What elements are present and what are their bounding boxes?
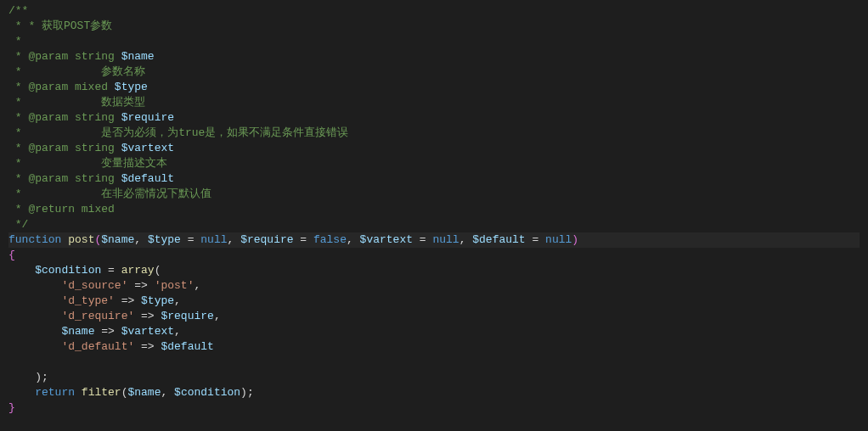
- variable-key: $name: [61, 325, 94, 338]
- variable: $condition: [174, 386, 240, 399]
- comma: ,: [174, 294, 181, 307]
- docblock-line: * @return mixed: [8, 203, 115, 216]
- brace-open: {: [8, 249, 15, 261]
- param: $vartext: [360, 233, 413, 246]
- param: $require: [240, 233, 293, 246]
- equals: =: [526, 233, 545, 246]
- string-value: 'post': [155, 279, 194, 292]
- comma: ,: [228, 233, 241, 246]
- docblock-line: * 在非必需情况下默认值: [8, 188, 211, 200]
- paren-close-semi: );: [240, 386, 254, 399]
- arrow: =>: [127, 279, 154, 292]
- docblock-line: * 数据类型: [8, 96, 145, 109]
- brace-close: }: [8, 401, 15, 414]
- docblock-line: * 是否为必须，为true是，如果不满足条件直接错误: [8, 126, 348, 139]
- string-key: 'd_require': [61, 310, 134, 322]
- equals: =: [294, 233, 313, 246]
- docblock-line: * 变量描述文本: [8, 157, 167, 170]
- docblock-var: $default: [121, 172, 174, 185]
- docblock-line: *: [8, 35, 22, 48]
- arrow: =>: [134, 340, 161, 353]
- equals: =: [101, 264, 121, 277]
- current-line: function post($name, $type = null, $requ…: [8, 232, 860, 248]
- docblock-line: * * 获取POST参数: [8, 20, 112, 32]
- docblock-var: $type: [115, 81, 148, 93]
- docblock-param: * @param string: [8, 111, 121, 124]
- param: $type: [148, 233, 181, 246]
- string-key: 'd_default': [61, 340, 134, 353]
- arrow: =>: [94, 325, 121, 338]
- keyword-return: return: [35, 386, 75, 399]
- variable: $type: [141, 294, 174, 307]
- docblock-open: /**: [8, 4, 28, 17]
- code-editor[interactable]: /** * * 获取POST参数 * * @param string $name…: [0, 0, 868, 419]
- null-literal: null: [545, 233, 572, 246]
- docblock-param: * @param string: [8, 172, 121, 185]
- function-call: filter: [82, 386, 121, 399]
- null-literal: null: [200, 233, 227, 246]
- arrow: =>: [134, 310, 161, 322]
- docblock-param: * @param string: [8, 50, 121, 63]
- variable: $require: [161, 310, 213, 322]
- arrow: =>: [115, 294, 141, 307]
- param: $default: [472, 233, 525, 246]
- variable: $default: [161, 340, 213, 353]
- docblock-param: * @param mixed: [8, 81, 115, 93]
- docblock-var: $vartext: [121, 142, 174, 154]
- comma: ,: [347, 233, 360, 246]
- variable: $name: [127, 386, 161, 399]
- docblock-var: $require: [121, 111, 174, 124]
- keyword-function: function: [8, 233, 61, 246]
- paren-close: ): [572, 233, 578, 246]
- param: $name: [101, 233, 134, 246]
- false-literal: false: [313, 233, 347, 246]
- paren-close-semi: );: [35, 371, 48, 383]
- comma: ,: [161, 386, 174, 399]
- function-name: post: [68, 233, 94, 246]
- equals: =: [181, 233, 200, 246]
- equals: =: [413, 233, 432, 246]
- variable: $vartext: [121, 325, 174, 338]
- docblock-var: $name: [121, 50, 155, 63]
- paren-open: (: [155, 264, 161, 277]
- array-keyword: array: [121, 264, 155, 277]
- comma: ,: [214, 310, 221, 322]
- null-literal: null: [432, 233, 459, 246]
- docblock-line: * 参数名称: [8, 65, 145, 78]
- docblock-close: */: [8, 218, 28, 231]
- string-key: 'd_type': [61, 294, 114, 307]
- comma: ,: [459, 233, 473, 246]
- comma: ,: [194, 279, 200, 292]
- string-key: 'd_source': [61, 279, 127, 292]
- docblock-param: * @param string: [8, 142, 121, 154]
- comma: ,: [134, 233, 148, 246]
- comma: ,: [174, 325, 181, 338]
- variable: $condition: [35, 264, 101, 277]
